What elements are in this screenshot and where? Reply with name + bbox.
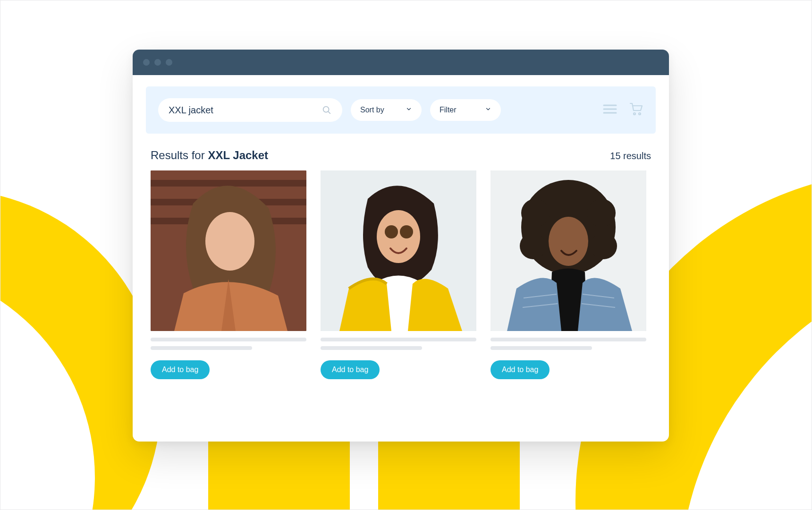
traffic-light-dot: [166, 59, 172, 66]
svg-point-15: [385, 225, 398, 238]
stage: Sort by Filter: [0, 0, 812, 510]
add-to-bag-button[interactable]: Add to bag: [321, 360, 380, 379]
chevron-down-icon: [485, 106, 491, 114]
product-image: [321, 170, 476, 331]
traffic-light-dot: [154, 59, 161, 66]
placeholder-line: [491, 346, 592, 350]
svg-point-14: [377, 210, 420, 263]
traffic-light-dot: [143, 59, 150, 66]
placeholder-line: [491, 338, 646, 341]
search-toolbar: Sort by Filter: [146, 86, 656, 134]
svg-rect-9: [151, 180, 306, 187]
filter-dropdown[interactable]: Filter: [430, 99, 501, 121]
filter-label: Filter: [440, 106, 457, 114]
svg-point-12: [205, 212, 254, 271]
svg-point-23: [549, 217, 588, 266]
results-title: Results for XXL Jacket: [151, 149, 268, 162]
sort-dropdown[interactable]: Sort by: [351, 99, 422, 121]
placeholder-line: [151, 346, 252, 350]
product-card[interactable]: Add to bag: [151, 170, 306, 379]
toolbar-right: [603, 102, 643, 118]
svg-line-1: [328, 111, 330, 113]
search-icon[interactable]: [321, 105, 332, 115]
results-count: 15 results: [610, 151, 651, 162]
svg-point-21: [520, 233, 546, 259]
sort-label: Sort by: [360, 106, 384, 114]
placeholder-line: [321, 338, 476, 341]
product-card[interactable]: Add to bag: [321, 170, 476, 379]
chevron-down-icon: [406, 106, 412, 114]
add-to-bag-button[interactable]: Add to bag: [491, 360, 550, 379]
add-to-bag-button[interactable]: Add to bag: [151, 360, 210, 379]
svg-point-20: [587, 199, 616, 227]
product-grid: Add to bag: [151, 170, 651, 379]
results-query: XXL Jacket: [208, 149, 268, 162]
browser-window: Sort by Filter: [133, 50, 669, 442]
svg-point-19: [521, 199, 550, 227]
svg-point-5: [634, 113, 635, 115]
search-input[interactable]: [169, 105, 299, 116]
cart-icon[interactable]: [629, 102, 643, 118]
search-field[interactable]: [158, 98, 342, 122]
placeholder-line: [151, 338, 306, 341]
svg-point-22: [591, 233, 617, 259]
product-image: [151, 170, 306, 331]
menu-icon[interactable]: [603, 103, 617, 117]
svg-point-16: [400, 225, 413, 238]
product-image: [491, 170, 646, 331]
placeholder-line: [321, 346, 422, 350]
results-header: Results for XXL Jacket 15 results: [151, 149, 651, 162]
window-titlebar: [133, 50, 669, 75]
results-prefix: Results for: [151, 149, 208, 162]
product-card[interactable]: Add to bag: [491, 170, 646, 379]
svg-point-6: [639, 113, 641, 115]
